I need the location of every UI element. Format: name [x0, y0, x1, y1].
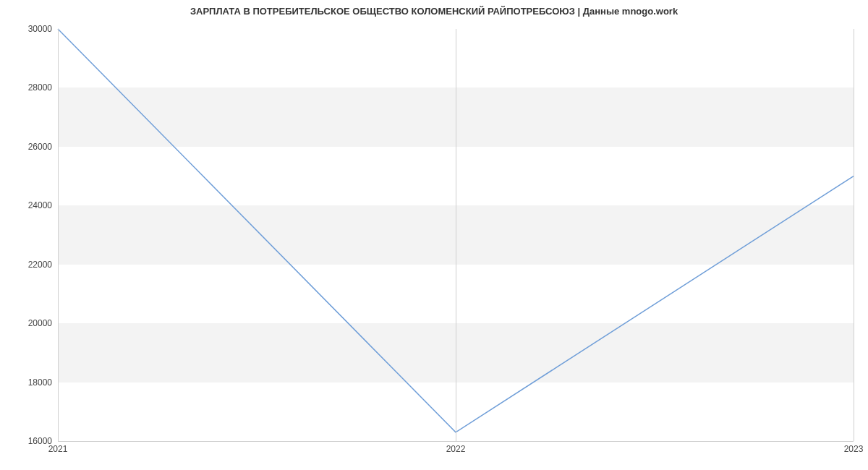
- y-tick-label: 24000: [9, 200, 52, 210]
- y-tick-label: 26000: [9, 142, 52, 152]
- x-gridline: [854, 29, 854, 441]
- plot-area: [58, 29, 854, 441]
- y-tick-label: 30000: [9, 24, 52, 34]
- y-tick-label: 22000: [9, 260, 52, 270]
- chart-container: ЗАРПЛАТА В ПОТРЕБИТЕЛЬСКОЕ ОБЩЕСТВО КОЛО…: [0, 0, 868, 470]
- chart-title: ЗАРПЛАТА В ПОТРЕБИТЕЛЬСКОЕ ОБЩЕСТВО КОЛО…: [0, 6, 868, 17]
- y-tick-label: 16000: [9, 436, 52, 446]
- x-tick-label: 2022: [446, 444, 466, 454]
- x-gridline: [456, 29, 456, 441]
- x-tick-label: 2021: [48, 444, 68, 454]
- y-tick-label: 18000: [9, 377, 52, 388]
- x-axis-line: [58, 441, 854, 442]
- y-tick-label: 20000: [9, 318, 52, 328]
- x-tick-label: 2023: [844, 444, 864, 454]
- y-axis-line: [58, 29, 59, 441]
- y-tick-label: 28000: [9, 82, 52, 93]
